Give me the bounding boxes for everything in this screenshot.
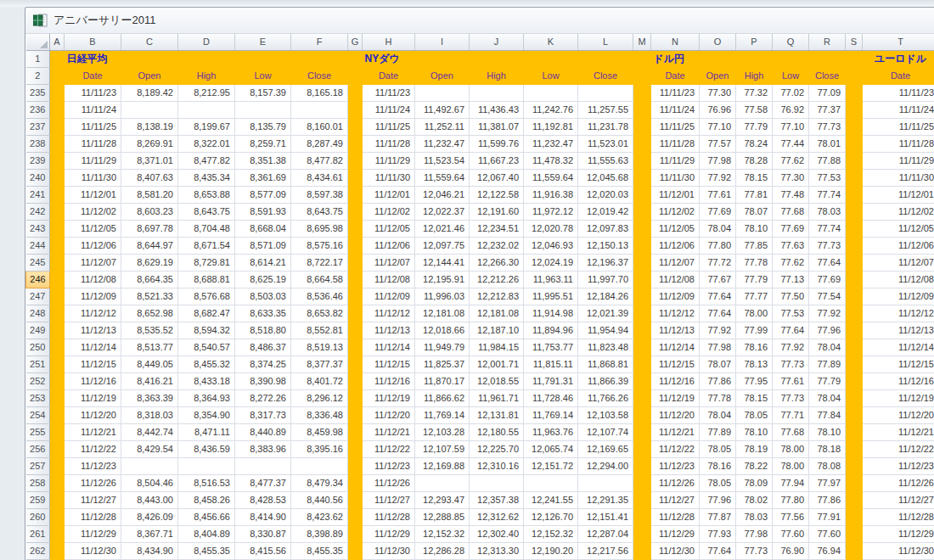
cell-usdjpy-r261-c3[interactable]: 77.60 (773, 526, 809, 543)
cell-nikkei-r249-c2[interactable]: 8,594.32 (178, 322, 235, 339)
separator-cell[interactable] (348, 288, 363, 305)
cell-usdjpy-r254-c0[interactable]: 11/12/20 (651, 407, 700, 424)
separator-cell[interactable] (50, 526, 65, 543)
cell-dow-r236-c4[interactable]: 11,257.55 (578, 102, 633, 119)
cell-usdjpy-r258-c3[interactable]: 77.94 (773, 475, 809, 492)
cell-dow-r251-c0[interactable]: 11/12/15 (363, 356, 415, 373)
cell-dow-r242-c1[interactable]: 12,022.37 (415, 204, 470, 221)
column-header-F[interactable]: F (291, 34, 348, 51)
cell-usdjpy-r247-c3[interactable]: 77.50 (773, 288, 809, 305)
cell-usdjpy-r240-c2[interactable]: 78.15 (736, 170, 773, 187)
cell-nikkei-r262-c0[interactable]: 11/12/30 (65, 543, 121, 560)
separator-cell[interactable] (633, 272, 651, 288)
cell-dow-r257-c1[interactable]: 12,169.88 (415, 458, 470, 475)
cell-dow-r257-c2[interactable]: 12,310.16 (470, 458, 524, 475)
cell-nikkei-r236-c2[interactable] (178, 102, 235, 119)
cell-dow-r262-c0[interactable]: 11/12/30 (363, 543, 415, 560)
cell-usdjpy-r248-c0[interactable]: 11/12/12 (651, 305, 700, 322)
cell-usdjpy-r253-c4[interactable]: 78.04 (809, 390, 846, 407)
cell-nikkei-r244-c4[interactable]: 8,575.16 (291, 238, 348, 255)
cell-usdjpy-r241-c4[interactable]: 77.74 (809, 187, 846, 204)
cell-dow-r256-c0[interactable]: 11/12/22 (363, 441, 415, 458)
cell-usdjpy-r253-c2[interactable]: 78.15 (736, 390, 773, 407)
separator-cell[interactable] (50, 390, 65, 407)
separator-cell[interactable] (348, 356, 363, 373)
cell-dow-r256-c1[interactable]: 12,107.59 (415, 441, 470, 458)
separator-cell[interactable] (633, 119, 651, 136)
cell-nikkei-r243-c4[interactable]: 8,695.98 (291, 221, 348, 238)
separator-cell[interactable] (846, 356, 863, 373)
cell-nikkei-r248-c4[interactable]: 8,653.82 (291, 305, 348, 322)
cell-usdjpy-r237-c3[interactable]: 77.10 (773, 119, 809, 136)
cell-dow-r249-c0[interactable]: 11/12/13 (363, 322, 415, 339)
cell-nikkei-r244-c0[interactable]: 11/12/06 (65, 238, 121, 255)
cell-usdjpy-r251-c3[interactable]: 77.73 (773, 356, 809, 373)
cell-usdjpy-r249-c2[interactable]: 77.99 (736, 322, 773, 339)
cell-nikkei-r253-c3[interactable]: 8,272.26 (235, 390, 291, 407)
cell-dow-r238-c3[interactable]: 11,232.47 (524, 136, 578, 153)
column-header-E[interactable]: E (235, 34, 291, 51)
cell-dow-r260-c0[interactable]: 11/12/28 (363, 509, 415, 526)
cell-dow-r246-c0[interactable]: 11/12/08 (363, 272, 415, 288)
separator-cell[interactable] (633, 509, 651, 526)
separator-cell[interactable] (348, 339, 363, 356)
cell-dow-r247-c1[interactable]: 11,996.03 (415, 288, 470, 305)
row-header-239[interactable]: 239 (26, 153, 50, 170)
cell-dow-r262-c3[interactable]: 12,190.20 (524, 543, 578, 560)
column-label-usdjpy-open[interactable]: Open (700, 68, 736, 85)
cell-nikkei-r240-c1[interactable]: 8,407.63 (121, 170, 178, 187)
cell-nikkei-r255-c1[interactable]: 8,442.74 (121, 424, 178, 441)
separator-cell[interactable] (50, 85, 65, 102)
cell-nikkei-r251-c3[interactable]: 8,374.25 (235, 356, 291, 373)
cell-dow-r243-c1[interactable]: 12,021.46 (415, 221, 470, 238)
cell-nikkei-r247-c0[interactable]: 11/12/09 (65, 288, 121, 305)
cell-nikkei-r256-c4[interactable]: 8,395.16 (291, 441, 348, 458)
separator-cell[interactable] (50, 458, 65, 475)
cell-nikkei-r252-c1[interactable]: 8,416.21 (121, 373, 178, 390)
cell-nikkei-r261-c2[interactable]: 8,404.89 (178, 526, 235, 543)
separator-cell[interactable] (846, 441, 863, 458)
cell-nikkei-r246-c2[interactable]: 8,688.81 (178, 272, 235, 288)
cell-dow-r250-c1[interactable]: 11,949.79 (415, 339, 470, 356)
cell-nikkei-r236-c4[interactable] (291, 102, 348, 119)
cell-nikkei-r258-c2[interactable]: 8,516.53 (178, 475, 235, 492)
column-header-S[interactable]: S (846, 34, 863, 51)
cell-usdjpy-r259-c2[interactable]: 78.02 (736, 492, 773, 509)
row-header-247[interactable]: 247 (26, 288, 50, 305)
column-label-nikkei-open[interactable]: Open (121, 68, 178, 85)
separator-cell[interactable] (348, 475, 363, 492)
cell-usdjpy-r240-c0[interactable]: 11/11/30 (651, 170, 700, 187)
cell-nikkei-r242-c0[interactable]: 11/12/02 (65, 204, 121, 221)
separator-cell[interactable] (50, 68, 65, 85)
separator-cell[interactable] (348, 322, 363, 339)
separator-cell[interactable] (50, 255, 65, 272)
separator-cell[interactable] (50, 407, 65, 424)
cell-dow-r254-c1[interactable]: 11,769.14 (415, 407, 470, 424)
separator-cell[interactable] (50, 322, 65, 339)
column-header-O[interactable]: O (700, 34, 736, 51)
separator-cell[interactable] (633, 68, 651, 85)
column-header-M[interactable]: M (633, 34, 651, 51)
row-header-258[interactable]: 258 (26, 475, 50, 492)
cell-nikkei-r259-c2[interactable]: 8,458.26 (178, 492, 235, 509)
cell-nikkei-r261-c4[interactable]: 8,398.89 (291, 526, 348, 543)
separator-cell[interactable] (50, 170, 65, 187)
cell-dow-r256-c4[interactable]: 12,169.65 (578, 441, 633, 458)
cell-eurusd-r236-c0[interactable]: 11/11/24 (863, 102, 934, 119)
separator-cell[interactable] (633, 373, 651, 390)
separator-cell[interactable] (633, 339, 651, 356)
column-label-dow-open[interactable]: Open (415, 68, 470, 85)
cell-dow-r255-c3[interactable]: 11,963.76 (524, 424, 578, 441)
cell-usdjpy-r241-c3[interactable]: 77.48 (773, 187, 809, 204)
cell-usdjpy-r239-c1[interactable]: 77.98 (700, 153, 736, 170)
cell-dow-r236-c3[interactable]: 11,242.76 (524, 102, 578, 119)
cell-nikkei-r243-c1[interactable]: 8,697.78 (121, 221, 178, 238)
cell-dow-r260-c1[interactable]: 12,288.85 (415, 509, 470, 526)
cell-nikkei-r250-c0[interactable]: 11/12/14 (65, 339, 121, 356)
cell-usdjpy-r262-c4[interactable]: 76.94 (809, 543, 846, 560)
cell-eurusd-r248-c0[interactable]: 11/12/12 (863, 305, 934, 322)
cell-nikkei-r235-c4[interactable]: 8,165.18 (291, 85, 348, 102)
select-all-button[interactable] (26, 34, 50, 51)
column-label-usdjpy-close[interactable]: Close (809, 68, 846, 85)
cell-dow-r250-c0[interactable]: 11/12/14 (363, 339, 415, 356)
